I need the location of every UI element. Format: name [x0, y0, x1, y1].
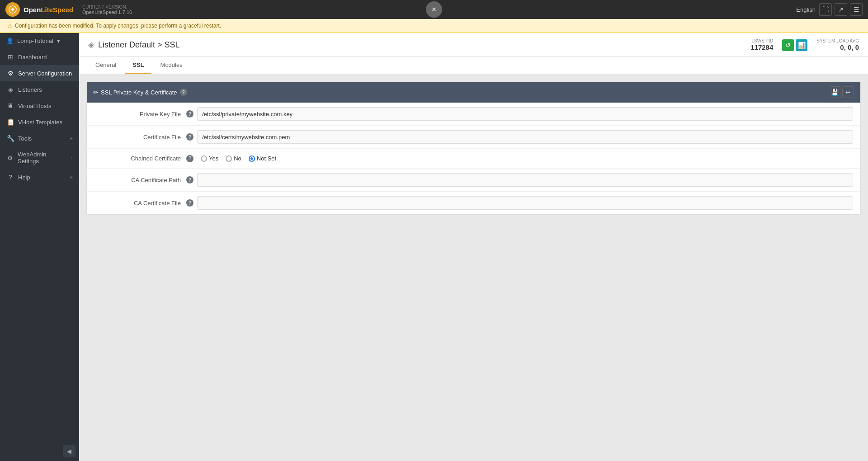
help-icon: ? — [6, 174, 14, 181]
logo-text: OpenLiteSpeed — [24, 6, 73, 14]
top-bar-icons: ⛶ ↗ ☰ — [819, 3, 863, 16]
help-icon[interactable]: ? — [186, 110, 193, 118]
load-value: 0, 0, 0 — [816, 43, 859, 51]
top-bar: OpenLiteSpeed CURRENT VERSION: OpenLiteS… — [0, 0, 868, 19]
tab-general[interactable]: General — [88, 57, 123, 74]
ca-certificate-path-help: ? — [186, 176, 193, 184]
sidebar-item-help[interactable]: ? Help + — [0, 169, 79, 185]
certificate-file-value: /etc/ssl/certs/mywebsite.com.pem — [197, 130, 853, 144]
ca-certificate-path-label: CA Certificate Path — [87, 177, 186, 183]
main-layout: 👤 Lomp-Tutorial ▾ ⊞ Dashboard ⚙ Server C… — [0, 33, 868, 461]
expand-icon: + — [70, 174, 73, 180]
radio-not-set-circle — [249, 155, 255, 162]
version-label: CURRENT VERSION: — [82, 5, 132, 9]
version-info: CURRENT VERSION: OpenLiteSpeed 1.7.16 — [82, 5, 132, 15]
private-key-file-help[interactable]: ? — [186, 110, 193, 118]
expand-icon: + — [70, 136, 73, 141]
tab-ssl[interactable]: SSL — [125, 57, 151, 74]
ssl-section: ✏ SSL Private Key & Certificate ? 💾 ↩ Pr… — [86, 81, 861, 215]
radio-not-set-label: Not Set — [257, 155, 276, 162]
sidebar-item-label: Help — [18, 174, 30, 181]
pid-value: 117284 — [750, 43, 773, 51]
sidebar-item-dashboard[interactable]: ⊞ Dashboard — [0, 49, 79, 65]
ssl-section-help-icon[interactable]: ? — [180, 89, 187, 96]
close-dialog-center: × — [426, 1, 442, 18]
sidebar-item-label: Server Configuration — [18, 70, 72, 77]
radio-no-circle — [226, 155, 232, 162]
close-button[interactable]: × — [426, 1, 442, 18]
restart-button[interactable]: ↺ — [782, 39, 794, 51]
radio-yes[interactable]: Yes — [201, 155, 218, 162]
page-title-text: Listener Default > SSL — [98, 40, 180, 50]
radio-no-label: No — [234, 155, 241, 162]
chained-certificate-label: Chained Certificate — [87, 155, 186, 162]
field-ca-certificate-path: CA Certificate Path ? — [87, 169, 860, 192]
tabs-bar: General SSL Modules — [79, 57, 868, 74]
warning-icon: ⚠ — [7, 23, 12, 29]
notification-bar: ⚠ Configuration has been modified. To ap… — [0, 19, 868, 33]
lsws-pid-section: LSWS PID 117284 — [750, 38, 773, 51]
help-icon[interactable]: ? — [186, 176, 193, 183]
new-tab-button[interactable]: ↗ — [835, 3, 847, 16]
section-save-button[interactable]: 💾 — [829, 86, 840, 98]
section-discard-button[interactable]: ↩ — [842, 86, 854, 98]
radio-no[interactable]: No — [226, 155, 241, 162]
sidebar-item-vhost-templates[interactable]: 📋 VHost Templates — [0, 114, 79, 130]
field-certificate-file: Certificate File ? /etc/ssl/certs/mywebs… — [87, 126, 860, 149]
webadmin-icon: ⚙ — [6, 154, 14, 161]
pid-actions: ↺ 📊 — [782, 39, 807, 51]
sidebar-item-label: Virtual Hosts — [18, 103, 51, 109]
top-bar-right: English ⛶ ↗ ☰ — [796, 3, 863, 16]
help-icon[interactable]: ? — [186, 199, 193, 207]
certificate-file-label: Certificate File — [87, 134, 186, 141]
chained-certificate-help: ? — [186, 155, 193, 162]
ca-certificate-file-value — [197, 196, 853, 210]
sidebar-item-webadmin[interactable]: ⚙ WebAdmin Settings + — [0, 146, 79, 169]
section-header-actions: 💾 ↩ — [829, 86, 854, 98]
server-config-icon: ⚙ — [6, 70, 14, 77]
certificate-file-help: ? — [186, 133, 193, 141]
radio-not-set[interactable]: Not Set — [249, 155, 276, 162]
field-chained-certificate: Chained Certificate ? Yes No — [87, 149, 860, 169]
load-label: SYSTEM LOAD AVG — [816, 38, 859, 43]
version-value: OpenLiteSpeed 1.7.16 — [82, 9, 132, 15]
ssl-section-title: SSL Private Key & Certificate — [101, 89, 177, 96]
private-key-file-label: Private Key File — [87, 111, 186, 118]
sidebar-item-label: VHost Templates — [18, 119, 62, 126]
stats-button[interactable]: 📊 — [796, 39, 807, 51]
field-private-key-file: Private Key File ? /etc/ssl/private/mywe… — [87, 103, 860, 126]
content-header: ◈ Listener Default > SSL LSWS PID 117284… — [79, 33, 868, 57]
sidebar-item-server-config[interactable]: ⚙ Server Configuration — [0, 65, 79, 81]
logo-icon — [5, 2, 20, 17]
radio-yes-label: Yes — [209, 155, 218, 162]
ca-certificate-file-help: ? — [186, 199, 193, 207]
language-selector[interactable]: English — [796, 6, 816, 13]
edit-icon: ✏ — [93, 89, 98, 96]
ca-certificate-path-value — [197, 173, 853, 187]
menu-button[interactable]: ☰ — [850, 3, 863, 16]
section-header-left: ✏ SSL Private Key & Certificate ? — [93, 89, 825, 96]
expand-icon: + — [70, 155, 73, 160]
sidebar-item-tools[interactable]: 🔧 Tools + — [0, 130, 79, 146]
logo: OpenLiteSpeed — [5, 2, 73, 17]
ca-certificate-file-label: CA Certificate File — [87, 200, 186, 207]
page-title: ◈ Listener Default > SSL — [88, 40, 180, 50]
sidebar-collapse-button[interactable]: ◀ — [63, 445, 75, 457]
private-key-file-value: /etc/ssl/private/mywebsite.com.key — [197, 107, 853, 121]
sidebar-item-label: Dashboard — [18, 54, 47, 61]
fullscreen-button[interactable]: ⛶ — [819, 3, 832, 16]
help-icon[interactable]: ? — [186, 155, 193, 162]
notification-text: Configuration has been modified. To appl… — [15, 23, 221, 29]
sidebar-item-listeners[interactable]: ◈ Listeners — [0, 81, 79, 98]
field-ca-certificate-file: CA Certificate File ? — [87, 192, 860, 214]
help-icon[interactable]: ? — [186, 133, 193, 141]
header-right: LSWS PID 117284 ↺ 📊 SYSTEM LOAD AVG 0, 0… — [750, 38, 859, 51]
pid-label: LSWS PID — [750, 38, 773, 43]
sidebar-item-virtual-hosts[interactable]: 🖥 Virtual Hosts — [0, 98, 79, 114]
sidebar-profile[interactable]: 👤 Lomp-Tutorial ▾ — [0, 33, 79, 49]
sidebar-item-label: Tools — [18, 135, 32, 142]
tools-icon: 🔧 — [6, 135, 14, 142]
chained-cert-radio-group: Yes No Not Set — [201, 155, 857, 162]
sidebar-item-label: WebAdmin Settings — [18, 151, 66, 165]
tab-modules[interactable]: Modules — [153, 57, 190, 74]
